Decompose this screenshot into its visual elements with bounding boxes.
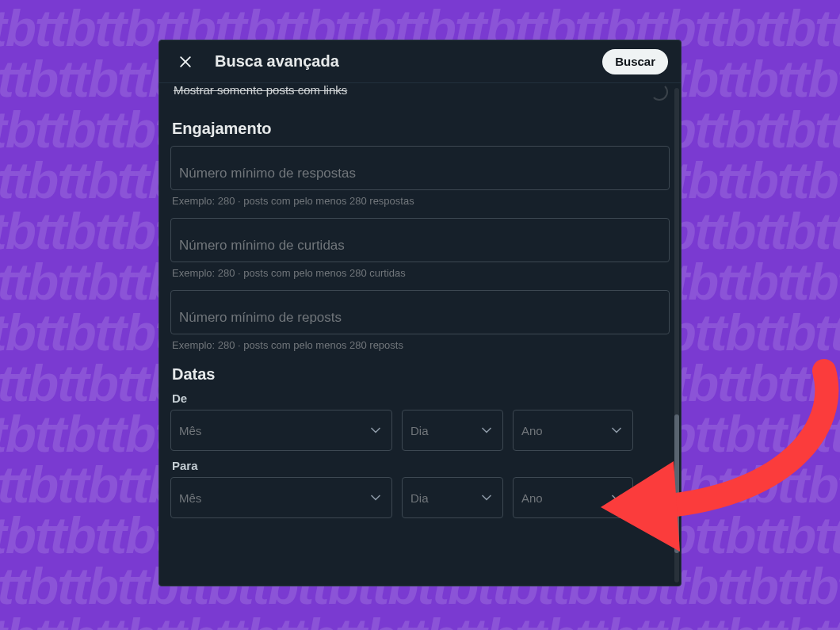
min-likes-group: Número mínimo de curtidas Exemplo: 280 ·… xyxy=(170,218,670,279)
dates-section-title: Datas xyxy=(172,365,668,384)
links-only-label: Mostrar somente posts com links xyxy=(174,83,347,97)
to-year-placeholder: Ano xyxy=(521,491,543,505)
date-from-label: De xyxy=(172,391,668,405)
modal-body: Mostrar somente posts com links Engajame… xyxy=(159,83,681,586)
close-button[interactable] xyxy=(172,48,199,75)
chevron-down-icon xyxy=(479,422,494,438)
to-month-placeholder: Mês xyxy=(179,491,201,505)
min-replies-group: Número mínimo de respostas Exemplo: 280 … xyxy=(170,146,670,207)
min-reposts-input[interactable]: Número mínimo de reposts xyxy=(170,290,670,334)
to-day-placeholder: Dia xyxy=(410,491,429,505)
date-to-row: Mês Dia Ano xyxy=(170,477,670,518)
date-to-label: Para xyxy=(172,459,668,472)
from-month-placeholder: Mês xyxy=(179,424,201,437)
from-day-placeholder: Dia xyxy=(410,424,429,437)
min-reposts-group: Número mínimo de reposts Exemplo: 280 · … xyxy=(170,290,670,351)
min-likes-input[interactable]: Número mínimo de curtidas xyxy=(170,218,670,262)
modal-header: Busca avançada Buscar xyxy=(159,40,681,83)
chevron-down-icon xyxy=(368,490,384,506)
from-year-placeholder: Ano xyxy=(521,424,543,437)
links-only-row: Mostrar somente posts com links xyxy=(170,83,670,105)
scrollbar-thumb[interactable] xyxy=(674,414,679,553)
to-month-select[interactable]: Mês xyxy=(170,477,392,518)
chevron-down-icon xyxy=(368,422,384,438)
search-button[interactable]: Buscar xyxy=(602,49,668,74)
date-from-row: Mês Dia Ano xyxy=(170,410,670,451)
min-reposts-helper: Exemplo: 280 · posts com pelo menos 280 … xyxy=(172,339,668,351)
chevron-down-icon xyxy=(609,422,624,438)
min-replies-helper: Exemplo: 280 · posts com pelo menos 280 … xyxy=(172,195,668,207)
min-likes-placeholder: Número mínimo de curtidas xyxy=(179,238,345,254)
scrollbar[interactable] xyxy=(674,88,679,582)
from-day-select[interactable]: Dia xyxy=(402,410,503,451)
modal-title: Busca avançada xyxy=(215,52,586,71)
min-reposts-placeholder: Número mínimo de reposts xyxy=(179,310,342,326)
chevron-down-icon xyxy=(609,490,624,506)
min-replies-placeholder: Número mínimo de respostas xyxy=(179,166,356,181)
min-likes-helper: Exemplo: 280 · posts com pelo menos 280 … xyxy=(172,267,668,279)
advanced-search-modal: Busca avançada Buscar Mostrar somente po… xyxy=(158,40,682,586)
from-year-select[interactable]: Ano xyxy=(513,410,633,451)
chevron-down-icon xyxy=(479,490,494,506)
close-icon xyxy=(178,54,193,70)
engagement-section-title: Engajamento xyxy=(172,120,668,138)
radio-empty-icon[interactable] xyxy=(651,83,668,101)
min-replies-input[interactable]: Número mínimo de respostas xyxy=(170,146,670,190)
to-day-select[interactable]: Dia xyxy=(402,477,503,518)
from-month-select[interactable]: Mês xyxy=(170,410,392,451)
to-year-select[interactable]: Ano xyxy=(513,477,633,518)
